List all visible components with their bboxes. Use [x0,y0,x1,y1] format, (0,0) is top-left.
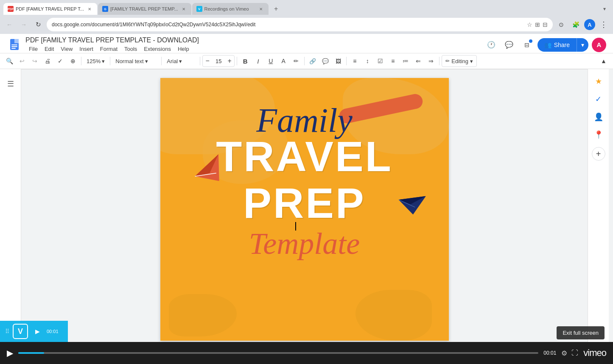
doc-cover: Family TRAVEL PREP Template [160,78,449,341]
cast-icon[interactable]: ⊟ [543,21,548,28]
user-avatar[interactable]: A [592,38,606,52]
font-size-decrease-button[interactable]: − [203,55,212,67]
share-button[interactable]: 👥 Share [537,38,577,52]
vimeo-tab-icon: V [196,6,202,12]
vimeo-widget: ⠿ V ▶ 00:01 [0,321,68,342]
editing-mode-chevron-icon: ▾ [470,58,473,64]
font-value: Arial [167,58,178,64]
profile-icon[interactable]: A [584,19,595,30]
bullet-list-button[interactable]: ≡ [387,55,399,67]
sidebar-add-button[interactable]: + [592,147,605,161]
cover-travel-text: TRAVEL [160,137,449,175]
pencil-icon: ✏ [445,58,450,64]
vimeo-play-button[interactable]: ▶ [7,348,13,358]
pdf-tab-close[interactable]: ✕ [86,6,93,12]
back-button[interactable]: ← [3,19,15,31]
vimeo-tab-close[interactable]: ✕ [258,6,264,12]
toolbar-collapse-button[interactable]: ▲ [598,55,610,67]
comment-button[interactable]: 💬 [502,38,516,52]
menu-insert[interactable]: Insert [76,45,97,53]
exit-fullscreen-button[interactable]: Exit full screen [557,326,605,339]
share-caret-button[interactable]: ▾ [577,38,588,52]
paragraph-style-selector[interactable]: Normal text ▾ [112,55,159,67]
tab-pdf[interactable]: PDF PDF [FAMILY TRAVEL PREP T... ✕ [3,3,97,15]
outline-toggle-button[interactable]: ☰ [4,76,17,92]
gdocs-tab-close[interactable]: ✕ [180,6,187,12]
menu-format[interactable]: Format [97,45,121,53]
highlight-button[interactable]: ✏ [290,55,302,67]
browser-menu-button[interactable]: ⋮ [598,19,610,31]
toolbar-separator-8 [439,57,439,65]
gdocs-tab-title: [FAMILY TRAVEL PREP TEMP... [110,6,178,11]
vimeo-settings-button[interactable]: ⚙ [561,349,567,357]
tab-gdocs[interactable]: G [FAMILY TRAVEL PREP TEMP... ✕ [98,3,191,15]
tab-expand-button[interactable]: ▾ [599,4,610,14]
editing-mode-selector[interactable]: ✏ Editing ▾ [442,55,477,67]
vimeo-v-button[interactable]: V [13,324,28,339]
underline-button[interactable]: U [265,55,277,67]
ruler: |1 |2 |3 |4 |5 |6 |7 [21,69,588,69]
font-selector[interactable]: Arial ▾ [164,55,198,67]
gdocs-tab-icon: G [102,6,108,12]
meeting-button[interactable]: ⊟ [520,38,534,52]
menu-extensions[interactable]: Extensions [140,45,174,53]
vimeo-progress-bar[interactable] [18,352,538,354]
numbered-list-button[interactable]: ≔ [400,55,411,67]
doc-page[interactable]: Family TRAVEL PREP Template [160,78,449,341]
indent-increase-button[interactable]: ⇒ [425,55,437,67]
sidebar-location-button[interactable]: 📍 [591,128,606,142]
menu-tools[interactable]: Tools [121,45,140,53]
zoom-chevron-icon: ▾ [102,58,105,64]
align-button[interactable]: ≡ [349,55,361,67]
tab-vimeo[interactable]: V Recordings on Vimeo ✕ [192,3,269,15]
history-button[interactable]: ⊙ [555,19,567,31]
docs-title[interactable]: PDF [FAMILY TRAVEL PREP TEMPLATE - DOWNL… [25,36,481,44]
paint-format-button[interactable]: ⊕ [67,55,79,67]
refresh-button[interactable]: ↻ [32,19,44,31]
map-blob-4 [355,290,432,341]
italic-button[interactable]: I [252,55,264,67]
sidebar-yellow-button[interactable]: ★ [591,74,606,89]
vimeo-drag-handle[interactable]: ⠿ [5,328,9,335]
scrollbar[interactable] [609,69,613,342]
sidebar-check-button[interactable]: ✓ [591,92,606,106]
bookmark-icon[interactable]: ⊞ [535,21,540,28]
font-size-input[interactable] [212,58,225,64]
svg-rect-2 [11,44,17,45]
vimeo-time-counter: 00:01 [543,350,556,356]
bold-button[interactable]: B [239,55,251,67]
image-button[interactable]: 🖼 [332,55,344,67]
link-button[interactable]: 🔗 [307,55,319,67]
map-blob-5 [169,294,237,336]
vimeo-fullscreen-button[interactable]: ⛶ [571,349,578,357]
menu-view[interactable]: View [57,45,76,53]
docs-toolbar: 🔍 ↩ ↪ 🖨 ✓ ⊕ 125% ▾ Normal text ▾ Arial ▾… [0,53,613,69]
line-spacing-button[interactable]: ↕ [361,55,373,67]
history-button[interactable]: 🕐 [484,38,498,52]
star-icon[interactable]: ☆ [527,21,532,28]
menu-edit[interactable]: Edit [41,45,57,53]
indent-decrease-button[interactable]: ⇐ [412,55,424,67]
vimeo-time-display: 00:01 [47,329,59,334]
menu-help[interactable]: Help [174,45,193,53]
forward-button[interactable]: → [18,19,30,31]
spellcheck-button[interactable]: ✓ [54,55,66,67]
vimeo-right-controls: ⚙ ⛶ [561,349,578,357]
text-color-button[interactable]: A [277,55,289,67]
docs-body: ☰ |1 |2 |3 |4 |5 |6 |7 [0,69,613,342]
search-button[interactable]: 🔍 [3,55,15,67]
vimeo-expand-button[interactable]: ▶ [31,325,43,337]
menu-file[interactable]: File [25,45,41,53]
comment-add-button[interactable]: 💬 [319,55,331,67]
extensions-button[interactable]: 🧩 [570,19,582,31]
sidebar-person-button[interactable]: 👤 [591,110,606,124]
url-bar[interactable]: docs.google.com/document/d/1MI6tYWNTq09p… [47,18,553,31]
docs-header: PDF [FAMILY TRAVEL PREP TEMPLATE - DOWNL… [0,34,613,53]
checklist-button[interactable]: ☑ [374,55,386,67]
print-button[interactable]: 🖨 [42,55,53,67]
font-size-increase-button[interactable]: + [225,55,234,67]
redo-button[interactable]: ↪ [29,55,41,67]
zoom-selector[interactable]: 125% ▾ [84,55,108,67]
undo-button[interactable]: ↩ [16,55,28,67]
new-tab-button[interactable]: + [270,3,282,15]
